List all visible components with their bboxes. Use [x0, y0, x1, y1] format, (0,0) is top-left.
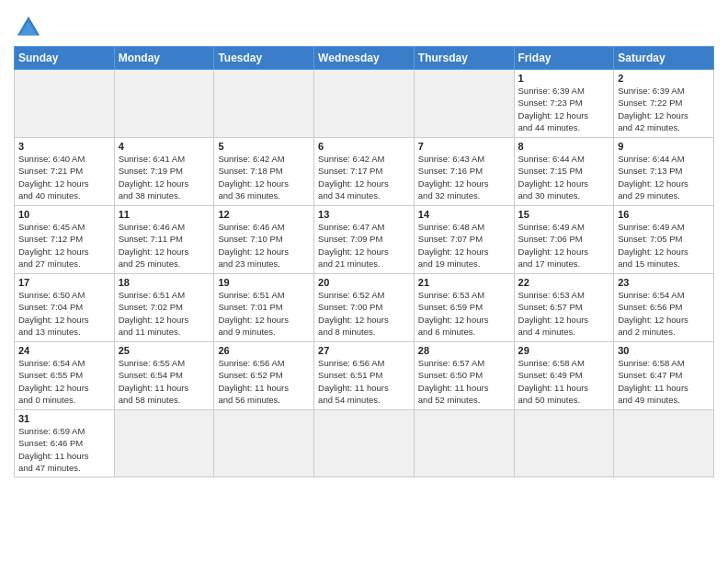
day-number: 19 — [218, 277, 310, 288]
day-cell: 17Sunrise: 6:50 AM Sunset: 7:04 PM Dayli… — [15, 274, 115, 342]
day-cell: 18Sunrise: 6:51 AM Sunset: 7:02 PM Dayli… — [114, 274, 214, 342]
day-number: 31 — [18, 413, 110, 424]
day-cell: 11Sunrise: 6:46 AM Sunset: 7:11 PM Dayli… — [114, 206, 214, 274]
day-cell: 20Sunrise: 6:52 AM Sunset: 7:00 PM Dayli… — [314, 274, 415, 342]
day-cell: 5Sunrise: 6:42 AM Sunset: 7:18 PM Daylig… — [214, 138, 314, 206]
day-cell: 15Sunrise: 6:49 AM Sunset: 7:06 PM Dayli… — [514, 206, 614, 274]
day-number: 5 — [218, 141, 310, 152]
day-info: Sunrise: 6:46 AM Sunset: 7:10 PM Dayligh… — [218, 221, 310, 270]
day-number: 12 — [218, 209, 310, 220]
week-row-0: 1Sunrise: 6:39 AM Sunset: 7:23 PM Daylig… — [15, 70, 714, 138]
day-number: 20 — [318, 277, 410, 288]
day-cell: 22Sunrise: 6:53 AM Sunset: 6:57 PM Dayli… — [514, 274, 614, 342]
day-cell: 3Sunrise: 6:40 AM Sunset: 7:21 PM Daylig… — [15, 138, 115, 206]
day-cell — [414, 410, 514, 477]
day-info: Sunrise: 6:44 AM Sunset: 7:13 PM Dayligh… — [618, 153, 710, 201]
day-number: 29 — [518, 345, 610, 356]
day-info: Sunrise: 6:48 AM Sunset: 7:07 PM Dayligh… — [418, 221, 510, 270]
day-cell: 27Sunrise: 6:56 AM Sunset: 6:51 PM Dayli… — [314, 342, 415, 410]
day-number: 21 — [418, 277, 510, 288]
day-cell: 19Sunrise: 6:51 AM Sunset: 7:01 PM Dayli… — [214, 274, 314, 342]
day-number: 4 — [119, 141, 210, 152]
weekday-header-monday: Monday — [114, 47, 214, 70]
day-info: Sunrise: 6:42 AM Sunset: 7:17 PM Dayligh… — [318, 153, 410, 201]
day-number: 28 — [418, 345, 510, 356]
calendar-table: SundayMondayTuesdayWednesdayThursdayFrid… — [14, 46, 714, 477]
day-number: 7 — [418, 141, 510, 152]
day-info: Sunrise: 6:49 AM Sunset: 7:05 PM Dayligh… — [618, 221, 710, 270]
day-info: Sunrise: 6:53 AM Sunset: 6:59 PM Dayligh… — [418, 289, 510, 338]
day-info: Sunrise: 6:41 AM Sunset: 7:19 PM Dayligh… — [119, 153, 210, 201]
day-info: Sunrise: 6:54 AM Sunset: 6:56 PM Dayligh… — [618, 289, 710, 338]
weekday-header-sunday: Sunday — [15, 47, 115, 70]
day-number: 17 — [18, 277, 110, 288]
day-number: 22 — [518, 277, 610, 288]
week-row-1: 3Sunrise: 6:40 AM Sunset: 7:21 PM Daylig… — [15, 138, 714, 206]
day-cell: 29Sunrise: 6:58 AM Sunset: 6:49 PM Dayli… — [514, 342, 614, 410]
weekday-header-tuesday: Tuesday — [214, 47, 314, 70]
day-info: Sunrise: 6:39 AM Sunset: 7:22 PM Dayligh… — [618, 85, 710, 133]
weekday-header-thursday: Thursday — [414, 47, 514, 70]
day-cell — [15, 70, 115, 138]
day-cell: 23Sunrise: 6:54 AM Sunset: 6:56 PM Dayli… — [614, 274, 714, 342]
day-number: 26 — [218, 345, 310, 356]
day-cell — [314, 70, 415, 138]
day-number: 24 — [18, 345, 110, 356]
day-number: 15 — [518, 209, 610, 220]
day-cell: 30Sunrise: 6:58 AM Sunset: 6:47 PM Dayli… — [614, 342, 714, 410]
day-number: 2 — [618, 73, 710, 84]
weekday-header-wednesday: Wednesday — [314, 47, 415, 70]
day-cell — [214, 70, 314, 138]
day-cell: 12Sunrise: 6:46 AM Sunset: 7:10 PM Dayli… — [214, 206, 314, 274]
day-info: Sunrise: 6:40 AM Sunset: 7:21 PM Dayligh… — [18, 153, 110, 201]
day-info: Sunrise: 6:56 AM Sunset: 6:52 PM Dayligh… — [218, 357, 310, 406]
day-number: 25 — [119, 345, 210, 356]
week-row-3: 17Sunrise: 6:50 AM Sunset: 7:04 PM Dayli… — [15, 274, 714, 342]
day-number: 9 — [618, 141, 710, 152]
logo-icon — [16, 15, 41, 40]
day-info: Sunrise: 6:44 AM Sunset: 7:15 PM Dayligh… — [518, 153, 610, 201]
day-info: Sunrise: 6:58 AM Sunset: 6:47 PM Dayligh… — [618, 357, 710, 406]
day-number: 6 — [318, 141, 410, 152]
day-info: Sunrise: 6:51 AM Sunset: 7:01 PM Dayligh… — [218, 289, 310, 338]
day-number: 1 — [518, 73, 610, 84]
day-cell: 13Sunrise: 6:47 AM Sunset: 7:09 PM Dayli… — [314, 206, 415, 274]
day-cell: 21Sunrise: 6:53 AM Sunset: 6:59 PM Dayli… — [414, 274, 514, 342]
day-cell: 4Sunrise: 6:41 AM Sunset: 7:19 PM Daylig… — [114, 138, 214, 206]
logo — [14, 9, 41, 40]
day-info: Sunrise: 6:54 AM Sunset: 6:55 PM Dayligh… — [18, 357, 110, 406]
day-number: 11 — [119, 209, 210, 220]
day-number: 30 — [618, 345, 710, 356]
day-cell — [114, 70, 214, 138]
day-cell: 26Sunrise: 6:56 AM Sunset: 6:52 PM Dayli… — [214, 342, 314, 410]
day-cell: 24Sunrise: 6:54 AM Sunset: 6:55 PM Dayli… — [15, 342, 115, 410]
day-cell: 25Sunrise: 6:55 AM Sunset: 6:54 PM Dayli… — [114, 342, 214, 410]
day-info: Sunrise: 6:55 AM Sunset: 6:54 PM Dayligh… — [119, 357, 210, 406]
day-number: 8 — [518, 141, 610, 152]
day-cell — [514, 410, 614, 477]
weekday-header-friday: Friday — [514, 47, 614, 70]
day-info: Sunrise: 6:49 AM Sunset: 7:06 PM Dayligh… — [518, 221, 610, 270]
day-cell: 10Sunrise: 6:45 AM Sunset: 7:12 PM Dayli… — [15, 206, 115, 274]
day-number: 13 — [318, 209, 410, 220]
day-cell: 9Sunrise: 6:44 AM Sunset: 7:13 PM Daylig… — [614, 138, 714, 206]
day-cell: 7Sunrise: 6:43 AM Sunset: 7:16 PM Daylig… — [414, 138, 514, 206]
day-cell: 8Sunrise: 6:44 AM Sunset: 7:15 PM Daylig… — [514, 138, 614, 206]
day-info: Sunrise: 6:59 AM Sunset: 6:46 PM Dayligh… — [18, 425, 110, 474]
day-number: 3 — [18, 141, 110, 152]
day-cell: 28Sunrise: 6:57 AM Sunset: 6:50 PM Dayli… — [414, 342, 514, 410]
day-info: Sunrise: 6:46 AM Sunset: 7:11 PM Dayligh… — [119, 221, 210, 270]
day-info: Sunrise: 6:42 AM Sunset: 7:18 PM Dayligh… — [218, 153, 310, 201]
day-info: Sunrise: 6:58 AM Sunset: 6:49 PM Dayligh… — [518, 357, 610, 406]
day-cell: 2Sunrise: 6:39 AM Sunset: 7:22 PM Daylig… — [614, 70, 714, 138]
day-info: Sunrise: 6:51 AM Sunset: 7:02 PM Dayligh… — [119, 289, 210, 338]
day-number: 16 — [618, 209, 710, 220]
day-number: 27 — [318, 345, 410, 356]
day-number: 10 — [18, 209, 110, 220]
day-info: Sunrise: 6:45 AM Sunset: 7:12 PM Dayligh… — [18, 221, 110, 270]
day-cell: 1Sunrise: 6:39 AM Sunset: 7:23 PM Daylig… — [514, 70, 614, 138]
day-info: Sunrise: 6:52 AM Sunset: 7:00 PM Dayligh… — [318, 289, 410, 338]
day-info: Sunrise: 6:39 AM Sunset: 7:23 PM Dayligh… — [518, 85, 610, 133]
day-info: Sunrise: 6:56 AM Sunset: 6:51 PM Dayligh… — [318, 357, 410, 406]
day-info: Sunrise: 6:50 AM Sunset: 7:04 PM Dayligh… — [18, 289, 110, 338]
